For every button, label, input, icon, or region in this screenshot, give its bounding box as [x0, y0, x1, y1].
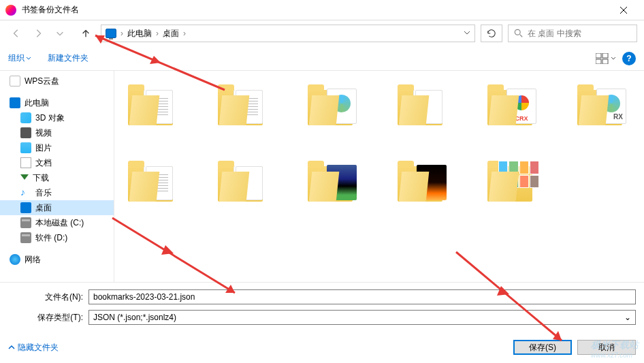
folder-item[interactable]	[128, 158, 180, 202]
help-button[interactable]: ?	[622, 52, 636, 65]
sidebar-item-music[interactable]: ♪音乐	[0, 185, 114, 200]
back-button[interactable]	[7, 24, 26, 43]
sidebar-item-downloads[interactable]: 下载	[0, 170, 114, 185]
search-input[interactable]	[528, 29, 631, 38]
save-button[interactable]: 保存(S)	[513, 340, 572, 355]
pc-icon	[106, 29, 116, 38]
sidebar-item-documents[interactable]: 文档	[0, 155, 114, 170]
addressbar[interactable]: › 此电脑 › 桌面 ›	[101, 25, 475, 42]
sidebar-item-wps[interactable]: WPS云盘	[0, 74, 114, 89]
documents-icon	[20, 157, 31, 168]
organize-menu[interactable]: 组织	[8, 52, 31, 64]
sidebar-item-network[interactable]: 网络	[0, 252, 114, 267]
view-button[interactable]	[595, 50, 617, 67]
sidebar-item-disk-d[interactable]: 软件 (D:)	[0, 230, 114, 245]
svg-rect-2	[602, 53, 608, 58]
filetype-select[interactable]: JSON (*.json;*.jsonlz4)⌄	[88, 310, 636, 325]
up-button[interactable]	[76, 24, 95, 43]
breadcrumb-item[interactable]: 桌面	[163, 28, 179, 40]
svg-rect-1	[596, 53, 601, 58]
chevron-right-icon: ›	[120, 29, 123, 38]
sidebar-item-pictures[interactable]: 图片	[0, 140, 114, 155]
chevron-down-icon[interactable]	[464, 29, 470, 38]
close-button[interactable]	[608, 1, 639, 20]
window-title: 书签备份文件名	[22, 4, 608, 16]
folder-item[interactable]	[308, 158, 359, 202]
folder-item[interactable]	[577, 82, 629, 125]
forward-button[interactable]	[29, 24, 48, 43]
pictures-icon	[20, 142, 31, 153]
desktop-icon	[20, 202, 31, 213]
hide-folders-link[interactable]: 隐藏文件夹	[8, 342, 59, 353]
sidebar-item-3d[interactable]: 3D 对象	[0, 110, 114, 125]
sidebar-item-thispc[interactable]: 此电脑	[0, 95, 114, 110]
folder-item[interactable]	[398, 158, 449, 202]
folder-item[interactable]	[487, 158, 539, 202]
pc-icon	[10, 97, 20, 108]
folder-item[interactable]	[308, 82, 359, 125]
file-view[interactable]: CRX	[114, 71, 644, 282]
download-icon	[20, 174, 29, 184]
disk-icon	[20, 217, 31, 228]
new-folder-button[interactable]: 新建文件夹	[48, 52, 88, 64]
search-icon	[514, 29, 524, 38]
navbar: › 此电脑 › 桌面 ›	[0, 20, 644, 46]
chevron-down-icon: ⌄	[624, 313, 631, 322]
cloud-icon	[10, 76, 20, 86]
video-icon	[20, 127, 31, 138]
sidebar-item-desktop[interactable]: 桌面	[0, 200, 114, 215]
folder-item[interactable]	[218, 82, 270, 125]
chevron-right-icon: ›	[183, 29, 186, 38]
svg-rect-4	[602, 59, 608, 64]
filename-input[interactable]	[88, 289, 636, 304]
folder-item[interactable]	[398, 82, 449, 125]
folder-item[interactable]	[218, 158, 270, 202]
titlebar: 书签备份文件名	[0, 0, 644, 20]
network-icon	[10, 254, 20, 265]
sidebar-item-disk-c[interactable]: 本地磁盘 (C:)	[0, 215, 114, 230]
folder-item[interactable]: CRX	[487, 82, 539, 125]
refresh-button[interactable]	[481, 25, 502, 42]
chevron-up-icon	[8, 344, 15, 351]
music-icon: ♪	[20, 187, 31, 198]
save-panel: 文件名(N): 保存类型(T): JSON (*.json;*.jsonlz4)…	[0, 282, 644, 360]
svg-point-0	[515, 29, 520, 35]
breadcrumb-item[interactable]: 此电脑	[127, 28, 152, 40]
svg-rect-3	[596, 59, 601, 64]
disk-icon	[20, 232, 31, 243]
firefox-icon	[5, 5, 16, 16]
sidebar: WPS云盘 此电脑 3D 对象 视频 图片 文档 下载 ♪音乐 桌面 本地磁盘 …	[0, 71, 114, 282]
recent-dropdown[interactable]	[50, 24, 69, 43]
filename-label: 文件名(N):	[8, 291, 88, 303]
searchbox[interactable]	[508, 25, 637, 42]
cancel-button[interactable]: 取消	[577, 340, 636, 355]
3d-icon	[20, 112, 31, 123]
chevron-right-icon: ›	[156, 29, 159, 38]
sidebar-item-videos[interactable]: 视频	[0, 125, 114, 140]
folder-item[interactable]	[128, 82, 180, 125]
toolbar: 组织 新建文件夹 ?	[0, 46, 644, 71]
filetype-label: 保存类型(T):	[8, 312, 88, 323]
